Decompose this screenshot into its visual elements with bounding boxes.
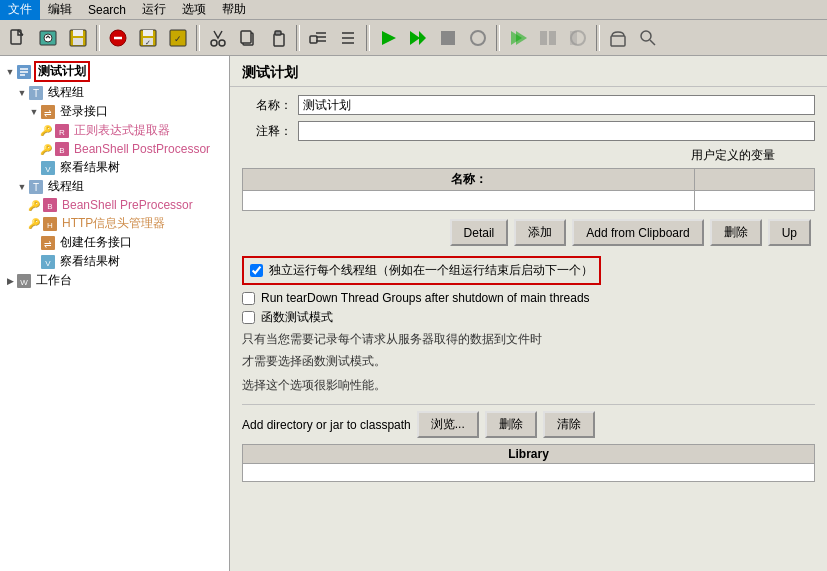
tree-node-http-header[interactable]: 🔑 H HTTP信息头管理器 (0, 214, 229, 233)
run-no-pause-button[interactable] (404, 24, 432, 52)
tree-panel: ▼ 测试计划 ▼ T 线程组 ▼ ⇌ 登录接口 🔑 R (0, 56, 230, 571)
view1-label: 察看结果树 (60, 159, 120, 176)
delete-classpath-button[interactable]: 删除 (485, 411, 537, 438)
svg-rect-35 (540, 31, 547, 45)
tree-node-login[interactable]: ▼ ⇌ 登录接口 (0, 102, 229, 121)
svg-marker-30 (419, 31, 426, 45)
collapse-button[interactable] (334, 24, 362, 52)
tree-node-view2[interactable]: V 察看结果树 (0, 252, 229, 271)
workbench-icon: W (16, 273, 32, 289)
http-header-label: HTTP信息头管理器 (62, 215, 165, 232)
svg-text:W: W (20, 278, 28, 287)
search-toolbar-button[interactable] (634, 24, 662, 52)
paste-button[interactable] (264, 24, 292, 52)
svg-rect-19 (274, 34, 284, 46)
beanshell-post-label: BeanShell PostProcessor (74, 142, 210, 156)
up-button[interactable]: Up (768, 219, 811, 246)
get-clipboard-button[interactable] (604, 24, 632, 52)
tree-node-regex[interactable]: 🔑 R 正则表达式提取器 (0, 121, 229, 140)
revert-button[interactable]: ✓ (164, 24, 192, 52)
main-layout: ▼ 测试计划 ▼ T 线程组 ▼ ⇌ 登录接口 🔑 R (0, 56, 827, 571)
svg-point-15 (211, 40, 217, 46)
key-icon-regex: 🔑 (40, 125, 52, 136)
stop-run-button[interactable] (434, 24, 462, 52)
expand-icon-login: ▼ (28, 106, 40, 118)
expand-icon-view1 (28, 162, 40, 174)
checkbox3[interactable] (242, 311, 255, 324)
remote-shutdown-button[interactable] (564, 24, 592, 52)
checkbox1-label: 独立运行每个线程组（例如在一个组运行结束后启动下一个） (269, 262, 593, 279)
cut-button[interactable] (204, 24, 232, 52)
svg-text:T: T (33, 88, 39, 99)
classpath-row: Add directory or jar to classpath 浏览... … (242, 404, 815, 438)
remote-start-button[interactable] (504, 24, 532, 52)
checkbox1[interactable] (250, 264, 263, 277)
new-button[interactable] (4, 24, 32, 52)
create-task-label: 创建任务接口 (60, 234, 132, 251)
svg-rect-18 (241, 31, 251, 43)
svg-rect-21 (310, 36, 317, 43)
checkbox2-label: Run tearDown Thread Groups after shutdow… (261, 291, 590, 305)
add-from-clipboard-button[interactable]: Add from Clipboard (572, 219, 703, 246)
test-plan-icon (16, 64, 32, 80)
svg-rect-20 (275, 31, 281, 35)
svg-line-41 (650, 40, 655, 45)
run-button[interactable] (374, 24, 402, 52)
browse-button[interactable]: 浏览... (417, 411, 479, 438)
http-header-icon: H (42, 216, 58, 232)
name-row: 名称： (242, 95, 815, 115)
open-template-button[interactable] (34, 24, 62, 52)
tree-node-threadgroup2[interactable]: ▼ T 线程组 (0, 177, 229, 196)
svg-text:✓: ✓ (145, 39, 151, 46)
save-button[interactable] (64, 24, 92, 52)
clear-classpath-button[interactable]: 清除 (543, 411, 595, 438)
svg-text:R: R (59, 128, 65, 137)
detail-button[interactable]: Detail (450, 219, 509, 246)
beanshell-pre-icon: B (42, 197, 58, 213)
add-button[interactable]: 添加 (514, 219, 566, 246)
tree-node-test-plan[interactable]: ▼ 测试计划 (0, 60, 229, 83)
save-as-button[interactable]: ✓ (134, 24, 162, 52)
beanshell-post-icon: B (54, 141, 70, 157)
menu-file[interactable]: 文件 (0, 0, 40, 20)
threadgroup1-label: 线程组 (48, 84, 84, 101)
checkbox1-container: 独立运行每个线程组（例如在一个组运行结束后启动下一个） (242, 256, 601, 285)
menu-search[interactable]: Search (80, 1, 134, 19)
separator3 (296, 25, 300, 51)
shutdown-button[interactable] (464, 24, 492, 52)
svg-marker-28 (382, 31, 396, 45)
svg-text:B: B (47, 202, 52, 211)
menu-run[interactable]: 运行 (134, 0, 174, 20)
menu-help[interactable]: 帮助 (214, 0, 254, 20)
col-name: 名称： (243, 169, 695, 191)
key-icon-http: 🔑 (28, 218, 40, 229)
tree-node-workbench[interactable]: ▶ W 工作台 (0, 271, 229, 290)
svg-text:B: B (59, 146, 64, 155)
name-input[interactable] (298, 95, 815, 115)
view1-icon: V (40, 160, 56, 176)
svg-text:V: V (45, 259, 51, 268)
tree-node-beanshell-pre[interactable]: 🔑 B BeanShell PreProcessor (0, 196, 229, 214)
expand-icon-task (28, 237, 40, 249)
checkbox2[interactable] (242, 292, 255, 305)
tree-node-create-task[interactable]: ⇌ 创建任务接口 (0, 233, 229, 252)
workbench-label: 工作台 (36, 272, 72, 289)
delete-button[interactable]: 删除 (710, 219, 762, 246)
menu-edit[interactable]: 编辑 (40, 0, 80, 20)
expand-button[interactable] (304, 24, 332, 52)
comment-input[interactable] (298, 121, 815, 141)
stop-button[interactable] (104, 24, 132, 52)
name-label: 名称： (242, 97, 292, 114)
key-icon-pre: 🔑 (28, 200, 40, 211)
menu-options[interactable]: 选项 (174, 0, 214, 20)
tree-node-beanshell-post[interactable]: 🔑 B BeanShell PostProcessor (0, 140, 229, 158)
tree-node-threadgroup1[interactable]: ▼ T 线程组 (0, 83, 229, 102)
copy-button[interactable] (234, 24, 262, 52)
separator4 (366, 25, 370, 51)
svg-text:⇌: ⇌ (44, 239, 52, 249)
key-icon-post: 🔑 (40, 144, 52, 155)
tree-node-view1[interactable]: V 察看结果树 (0, 158, 229, 177)
comment-label: 注释： (242, 123, 292, 140)
variables-table: 名称： (242, 168, 815, 211)
remote-stop-button[interactable] (534, 24, 562, 52)
